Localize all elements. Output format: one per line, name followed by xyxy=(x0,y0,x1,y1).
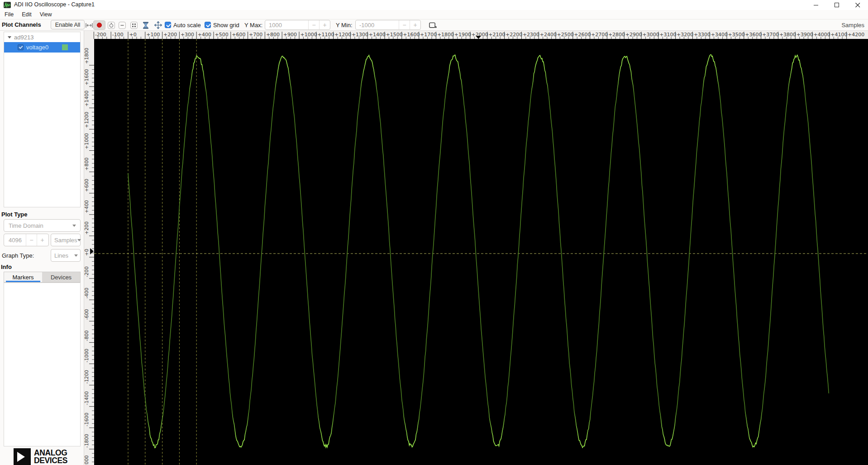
x-tick-label: +1300 xyxy=(352,32,368,38)
x-tick-label: +3400 xyxy=(711,32,728,38)
x-tick-label: +3100 xyxy=(659,32,676,38)
y-max-increment-button[interactable]: + xyxy=(319,20,330,29)
info-label: Info xyxy=(1,264,12,270)
fit-horizontal-icon[interactable] xyxy=(85,21,93,29)
sidebar: ad9213 voltage0 Plot Type Time Domain − … xyxy=(0,31,84,465)
y-tick-label: -200 xyxy=(84,266,89,277)
zoom-out-icon[interactable] xyxy=(118,21,126,29)
x-tick-label: +900 xyxy=(283,32,297,38)
y-tick-label: -1400 xyxy=(84,391,89,405)
x-tick-label: +700 xyxy=(249,32,262,38)
y-tick-label: -1200 xyxy=(84,370,89,384)
zoom-fit-icon[interactable] xyxy=(130,21,138,29)
maximize-button[interactable] xyxy=(826,0,847,10)
menu-file[interactable]: File xyxy=(0,11,18,18)
x-tick-label: +800 xyxy=(266,32,280,38)
x-tick-label: +2800 xyxy=(608,32,625,38)
x-tick-label: +4200 xyxy=(848,32,864,38)
y-min-spinbox: − + xyxy=(355,20,421,30)
x-tick-label: +3800 xyxy=(779,32,796,38)
analog-devices-logo: ANALOG DEVICES xyxy=(14,448,67,465)
graph-type-dropdown[interactable]: Lines xyxy=(51,249,81,262)
oscilloscope-plot[interactable]: -200-100+0+100+200+300+400+500+600+700+8… xyxy=(84,31,868,465)
record-icon xyxy=(97,23,102,28)
x-tick-label: +3600 xyxy=(745,32,762,38)
x-tick-label: +4000 xyxy=(814,32,830,38)
hourglass-icon[interactable] xyxy=(142,21,149,29)
x-tick-label: +300 xyxy=(181,32,194,38)
expander-icon[interactable] xyxy=(8,36,11,38)
info-tabbar: Markers Devices xyxy=(4,272,81,283)
plot-background[interactable] xyxy=(94,39,868,465)
channel-tree: ad9213 voltage0 xyxy=(4,32,81,207)
channel-checkbox[interactable] xyxy=(18,44,24,50)
y-min-decrement-button[interactable]: − xyxy=(399,20,410,29)
plot-type-label: Plot Type xyxy=(1,211,28,218)
channel-row-voltage0[interactable]: voltage0 xyxy=(4,42,80,53)
menu-edit[interactable]: Edit xyxy=(18,11,36,18)
y-max-decrement-button[interactable]: − xyxy=(308,20,319,29)
y-min-increment-button[interactable]: + xyxy=(410,20,420,29)
x-tick-label: +1400 xyxy=(369,32,386,38)
y-min-input[interactable] xyxy=(356,20,399,29)
tab-devices[interactable]: Devices xyxy=(42,272,80,282)
x-tick-label: +2400 xyxy=(540,32,557,38)
y-tick-label: +1600 xyxy=(84,69,89,86)
minimize-button[interactable] xyxy=(806,0,826,10)
y-tick-label: +1400 xyxy=(84,91,89,107)
x-tick-label: +3500 xyxy=(728,32,745,38)
y-min-label: Y Min: xyxy=(336,22,353,29)
menu-view[interactable]: View xyxy=(36,11,56,18)
auto-scale-label: Auto scale xyxy=(173,22,201,29)
new-plot-icon[interactable] xyxy=(429,21,437,29)
graph-type-label: Graph Type: xyxy=(2,252,34,259)
sample-count-input[interactable] xyxy=(4,234,26,246)
y-max-input[interactable] xyxy=(265,20,308,29)
device-row-ad9213[interactable]: ad9213 xyxy=(4,32,80,42)
x-tick-label: +1200 xyxy=(334,32,351,38)
waveform-canvas[interactable]: -200-100+0+100+200+300+400+500+600+700+8… xyxy=(84,31,868,465)
stopwatch-icon[interactable] xyxy=(107,21,115,29)
x-axis-unit-label: Samples xyxy=(841,22,864,29)
titlebar[interactable]: ADI IIO Oscilloscope - Capture1 xyxy=(0,0,868,10)
app-icon xyxy=(4,1,11,9)
x-tick-label: +1900 xyxy=(454,32,471,38)
x-tick-label: +600 xyxy=(232,32,245,38)
y-tick-label: -1000 xyxy=(84,349,89,363)
x-tick-label: +500 xyxy=(215,32,229,38)
pan-crosshair-icon[interactable] xyxy=(154,21,162,29)
x-tick-label: +1800 xyxy=(437,32,454,38)
x-tick-label: -200 xyxy=(95,32,106,38)
y-tick-label: +1800 xyxy=(84,48,89,64)
info-panel xyxy=(4,283,81,446)
x-tick-label: +4100 xyxy=(830,32,847,38)
record-button[interactable] xyxy=(93,20,105,30)
y-max-spinbox: − + xyxy=(265,20,330,30)
y-tick-label: +600 xyxy=(84,179,89,192)
tab-markers[interactable]: Markers xyxy=(4,272,42,282)
x-tick-label: +100 xyxy=(146,32,160,38)
y-tick-label: -1600 xyxy=(84,412,89,427)
x-tick-label: +200 xyxy=(163,32,177,38)
x-tick-label: +0 xyxy=(129,32,137,38)
plot-channels-label: Plot Channels xyxy=(2,21,41,28)
y-max-label: Y Max: xyxy=(244,22,262,29)
menubar: File Edit View xyxy=(0,10,868,19)
y-tick-label: +400 xyxy=(84,200,89,213)
sample-unit-dropdown[interactable]: Samples xyxy=(51,234,81,246)
channel-name: voltage0 xyxy=(26,44,48,51)
enable-all-button[interactable]: Enable All xyxy=(51,20,85,29)
logo-line2: DEVICES xyxy=(34,457,67,465)
x-tick-label: +2700 xyxy=(591,32,608,38)
x-tick-label: +3000 xyxy=(643,32,659,38)
show-grid-checkbox[interactable] xyxy=(205,22,211,28)
close-button[interactable] xyxy=(847,0,868,10)
x-tick-label: +3300 xyxy=(694,32,711,38)
sample-count-increment-button[interactable]: + xyxy=(37,234,48,246)
plot-type-dropdown[interactable]: Time Domain xyxy=(4,219,81,232)
channel-color-swatch[interactable] xyxy=(62,44,68,50)
sample-count-decrement-button[interactable]: − xyxy=(26,234,37,246)
auto-scale-checkbox[interactable] xyxy=(165,22,171,28)
show-grid-label: Show grid xyxy=(213,22,239,29)
window-title: ADI IIO Oscilloscope - Capture1 xyxy=(14,1,95,8)
